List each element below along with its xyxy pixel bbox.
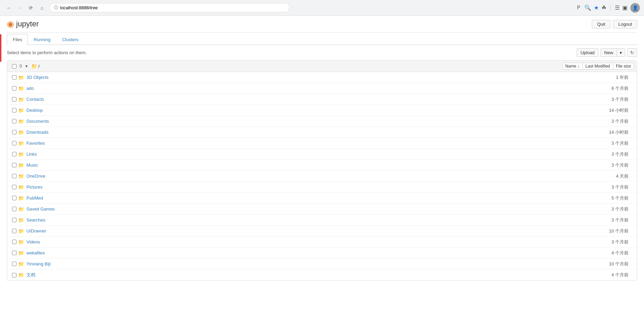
home-button[interactable]: ⌂ [37,3,47,13]
file-name-link[interactable]: Music [26,163,593,168]
file-name-link[interactable]: Videos [26,239,593,244]
row-select-checkbox[interactable] [12,119,16,123]
row-checkbox[interactable] [10,163,18,167]
file-modified: 4 个月前 [593,272,634,278]
logout-button[interactable]: Logout [613,20,637,28]
folder-icon: 📁 [18,272,25,278]
row-select-checkbox[interactable] [12,218,16,222]
row-checkbox[interactable] [10,86,18,91]
file-name-link[interactable]: Downloads [26,130,593,135]
row-select-checkbox[interactable] [12,207,16,211]
left-strip [0,34,1,62]
row-select-checkbox[interactable] [12,152,16,156]
file-name-link[interactable]: Pictures [26,184,593,190]
reload-button[interactable]: ⟳ [26,3,36,13]
tabs-icon[interactable]: ▣ [622,4,628,11]
row-checkbox[interactable] [10,119,18,123]
folder-icon: 📁 [18,239,25,245]
row-checkbox[interactable] [10,75,18,80]
row-select-checkbox[interactable] [12,229,16,233]
file-modified: 6 个月前 [593,85,634,92]
extensions-icon[interactable]: ☘ [601,4,606,11]
select-all-checkbox[interactable] [12,64,16,69]
row-checkbox[interactable] [10,262,18,266]
file-name-link[interactable]: Desktop [26,108,593,113]
file-name-link[interactable]: PubMed [26,195,593,201]
row-select-checkbox[interactable] [12,141,16,145]
file-name-link[interactable]: Searches [26,217,593,223]
file-name-link[interactable]: Links [26,152,593,157]
new-caret-button[interactable]: ▼ [617,49,625,57]
file-name-link[interactable]: wekafiles [26,250,593,255]
row-checkbox[interactable] [10,196,18,200]
row-checkbox[interactable] [10,207,18,211]
table-row: 📁 PubMed 5 个月前 [7,193,637,204]
file-name-link[interactable]: ado [26,86,593,91]
row-checkbox[interactable] [10,97,18,101]
row-checkbox[interactable] [10,152,18,156]
file-name-link[interactable]: Favorites [26,141,593,146]
star-icon[interactable]: ★ [594,4,599,11]
tab-clusters[interactable]: Clusters [56,34,84,45]
row-checkbox[interactable] [10,130,18,134]
row-select-checkbox[interactable] [12,97,16,101]
file-name-link[interactable]: Contacts [26,97,593,102]
translate-icon[interactable]: Ｐ [576,4,582,11]
back-button[interactable]: ← [4,3,14,13]
row-select-checkbox[interactable] [12,262,16,266]
header-checkbox[interactable] [10,64,18,69]
file-modified: 3 个月前 [593,184,634,190]
bookmarks-icon[interactable]: ☰ [615,4,620,11]
row-checkbox[interactable] [10,185,18,189]
new-button[interactable]: New [601,49,617,57]
tab-files[interactable]: Files [7,34,28,45]
row-checkbox[interactable] [10,273,18,277]
file-name-link[interactable]: Saved Games [26,206,593,212]
search-icon[interactable]: 🔍 [584,4,591,11]
row-select-checkbox[interactable] [12,273,16,277]
file-name-link[interactable]: 文档 [26,272,593,278]
row-select-checkbox[interactable] [12,185,16,189]
address-bar[interactable]: ⓘ [49,3,290,12]
row-select-checkbox[interactable] [12,130,16,134]
row-checkbox[interactable] [10,108,18,112]
row-select-checkbox[interactable] [12,163,16,167]
row-select-checkbox[interactable] [12,108,16,112]
url-input[interactable] [60,5,285,10]
file-name-link[interactable]: UIDowner [26,228,593,234]
row-checkbox[interactable] [10,229,18,233]
row-checkbox[interactable] [10,251,18,255]
info-icon: ⓘ [54,5,58,11]
row-select-checkbox[interactable] [12,75,16,80]
row-select-checkbox[interactable] [12,196,16,200]
tab-running[interactable]: Running [28,34,56,45]
modified-column-header[interactable]: Last Modified [583,63,613,70]
refresh-button[interactable]: ↻ [627,48,637,57]
quit-button[interactable]: Quit [592,20,610,28]
row-select-checkbox[interactable] [12,240,16,244]
folder-icon: 📁 [18,108,25,113]
header-count: 0 [18,64,23,69]
file-name-link[interactable]: 3D Objects [26,75,593,80]
file-name-link[interactable]: Documents [26,119,593,124]
row-checkbox[interactable] [10,218,18,222]
avatar[interactable]: 👤 [630,3,640,13]
browser-chrome: ← → ⟳ ⌂ ⓘ Ｐ 🔍 ★ ☘ ☰ ▣ 👤 [0,0,644,16]
header-caret[interactable]: ▼ [23,64,30,68]
row-checkbox[interactable] [10,141,18,145]
row-select-checkbox[interactable] [12,86,16,91]
row-checkbox[interactable] [10,240,18,244]
size-column-header[interactable]: File size [613,63,634,70]
row-select-checkbox[interactable] [12,251,16,255]
forward-button[interactable]: → [15,3,25,13]
file-list-scroll[interactable]: 📁 3D Objects 1 年前 📁 ado 6 个月前 📁 Contacts… [7,72,637,280]
jupyter-header: ◉ jupyter Quit Logout [7,16,637,33]
row-select-checkbox[interactable] [12,174,16,178]
file-modified: 4 天前 [593,173,634,179]
upload-button[interactable]: Upload [577,48,598,57]
file-name-link[interactable]: Yinxiang Biji [26,261,593,266]
row-checkbox[interactable] [10,174,18,178]
file-name-link[interactable]: OneDrive [26,174,593,179]
table-row: 📁 Favorites 3 个月前 [7,138,637,149]
name-column-header[interactable]: Name ↓ [562,63,583,70]
